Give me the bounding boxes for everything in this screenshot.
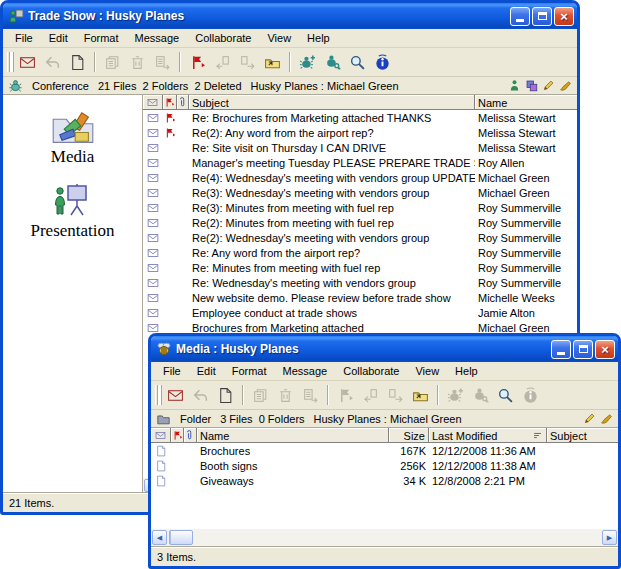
pencil-icon[interactable] xyxy=(542,79,555,92)
menu-view[interactable]: View xyxy=(259,30,299,46)
info-button[interactable] xyxy=(370,51,394,74)
search-button[interactable] xyxy=(345,51,369,74)
copy-into-new-button[interactable] xyxy=(248,384,272,407)
minimize-button[interactable] xyxy=(551,340,571,359)
reply-thread-button[interactable] xyxy=(358,384,382,407)
move-to-folder-button[interactable] xyxy=(408,384,432,407)
add-member-button[interactable] xyxy=(295,51,319,74)
horizontal-scrollbar[interactable]: ◀ ▶ xyxy=(151,529,618,546)
close-button[interactable]: × xyxy=(554,7,574,26)
new-message-button[interactable] xyxy=(15,51,39,74)
message-type-cell xyxy=(143,112,163,124)
message-row[interactable]: Manager's meeting Tuesday PLEASE PREPARE… xyxy=(143,155,577,170)
info-bar: Folder 3 Files 0 Folders Husky Planes : … xyxy=(151,410,618,428)
menu-collaborate[interactable]: Collaborate xyxy=(335,363,407,379)
titlebar-trade-show[interactable]: Trade Show : Husky Planes × xyxy=(3,3,577,29)
column-header-name[interactable]: Name xyxy=(197,428,389,443)
menu-collaborate[interactable]: Collaborate xyxy=(187,30,259,46)
organize-button[interactable] xyxy=(298,384,322,407)
message-row[interactable]: Re: Minutes from meeting with fuel repRo… xyxy=(143,260,577,275)
toolbar-grip[interactable] xyxy=(155,385,158,405)
file-row[interactable]: Brochures167K12/12/2008 11:36 AM xyxy=(151,443,618,458)
menu-help[interactable]: Help xyxy=(447,363,486,379)
delete-button[interactable] xyxy=(125,51,149,74)
column-header-type[interactable] xyxy=(151,428,171,443)
scroll-left-button[interactable]: ◀ xyxy=(152,530,167,545)
file-type-cell xyxy=(151,475,171,487)
indent-r-icon xyxy=(387,387,404,404)
pen-icon[interactable] xyxy=(559,79,572,92)
menu-format[interactable]: Format xyxy=(76,30,127,46)
reply-button[interactable] xyxy=(40,51,64,74)
flag-button[interactable] xyxy=(185,51,209,74)
search-button[interactable] xyxy=(493,384,517,407)
titlebar-media[interactable]: Media : Husky Planes × xyxy=(151,336,618,362)
menu-message[interactable]: Message xyxy=(127,30,188,46)
copy-into-new-button[interactable] xyxy=(100,51,124,74)
message-row[interactable]: Re: Site visit on Thursday I CAN DRIVEMe… xyxy=(143,140,577,155)
message-row[interactable]: Re: Brochures from Marketing attached TH… xyxy=(143,110,577,125)
sidebar-item-media[interactable]: Media xyxy=(51,109,95,167)
flag-button[interactable] xyxy=(333,384,357,407)
scrollbar-thumb[interactable] xyxy=(169,530,193,545)
message-row[interactable]: New website demo. Please review before t… xyxy=(143,290,577,305)
move-to-folder-button[interactable] xyxy=(260,51,284,74)
reply-button[interactable] xyxy=(188,384,212,407)
message-row[interactable]: Employee conduct at trade showsJamie Alt… xyxy=(143,305,577,320)
column-header-size[interactable]: Size xyxy=(389,428,429,443)
message-row[interactable]: Re(3): Wednesday's meeting with vendors … xyxy=(143,185,577,200)
scroll-right-button[interactable]: ▶ xyxy=(602,530,617,545)
menu-file[interactable]: File xyxy=(155,363,189,379)
pen-icon[interactable] xyxy=(600,412,613,425)
bug-plus-icon xyxy=(299,54,316,71)
name-cell: Roy Summerville xyxy=(475,232,577,244)
column-header-subject[interactable]: Subject xyxy=(189,95,475,110)
maximize-button[interactable] xyxy=(532,7,552,26)
column-header-attachment[interactable] xyxy=(177,95,189,110)
menu-edit[interactable]: Edit xyxy=(41,30,76,46)
member-access-button[interactable] xyxy=(468,384,492,407)
menu-edit[interactable]: Edit xyxy=(189,363,224,379)
forward-thread-button[interactable] xyxy=(235,51,259,74)
organize-button[interactable] xyxy=(150,51,174,74)
pencil-icon[interactable] xyxy=(583,412,596,425)
message-row[interactable]: Re(2): Any word from the airport rep?Mel… xyxy=(143,125,577,140)
column-header-type[interactable] xyxy=(143,95,163,110)
name-cell: Michael Green xyxy=(475,322,577,334)
reply-thread-button[interactable] xyxy=(210,51,234,74)
close-button[interactable]: × xyxy=(595,340,615,359)
message-row[interactable]: Re: Any word from the airport rep?Roy Su… xyxy=(143,245,577,260)
message-row[interactable]: Re(3): Minutes from meeting with fuel re… xyxy=(143,200,577,215)
member-access-button[interactable] xyxy=(320,51,344,74)
menu-file[interactable]: File xyxy=(7,30,41,46)
menu-format[interactable]: Format xyxy=(224,363,275,379)
sidebar-item-presentation[interactable]: Presentation xyxy=(30,183,114,241)
info-button[interactable] xyxy=(518,384,542,407)
column-header-name[interactable]: Name xyxy=(475,95,577,110)
add-member-button[interactable] xyxy=(443,384,467,407)
message-row[interactable]: Re(2): Minutes from meeting with fuel re… xyxy=(143,215,577,230)
column-header-subject[interactable]: Subject xyxy=(547,428,618,443)
database-owner: Husky Planes : Michael Green xyxy=(251,80,399,92)
pages-icon[interactable] xyxy=(525,79,538,92)
delete-button[interactable] xyxy=(273,384,297,407)
minimize-button[interactable] xyxy=(510,7,530,26)
column-header-flag[interactable] xyxy=(163,95,177,110)
new-document-button[interactable] xyxy=(213,384,237,407)
toolbar-grip[interactable] xyxy=(7,52,10,72)
column-header-last-modified[interactable]: Last Modified xyxy=(429,428,547,443)
new-document-button[interactable] xyxy=(65,51,89,74)
column-header-flag[interactable] xyxy=(171,428,184,443)
menu-message[interactable]: Message xyxy=(275,363,336,379)
new-message-button[interactable] xyxy=(163,384,187,407)
forward-thread-button[interactable] xyxy=(383,384,407,407)
menu-view[interactable]: View xyxy=(407,363,447,379)
menu-help[interactable]: Help xyxy=(299,30,338,46)
maximize-button[interactable] xyxy=(573,340,593,359)
message-row[interactable]: Re: Wednesday's meeting with vendors gro… xyxy=(143,275,577,290)
message-row[interactable]: Re(4): Wednesday's meeting with vendors … xyxy=(143,170,577,185)
column-header-attachment[interactable] xyxy=(184,428,197,443)
file-row[interactable]: Giveaways34 K12/8/2008 2:21 PM xyxy=(151,473,618,488)
message-row[interactable]: Re(2): Wednesday's meeting with vendors … xyxy=(143,230,577,245)
file-row[interactable]: Booth signs256K12/12/2008 11:38 AM xyxy=(151,458,618,473)
